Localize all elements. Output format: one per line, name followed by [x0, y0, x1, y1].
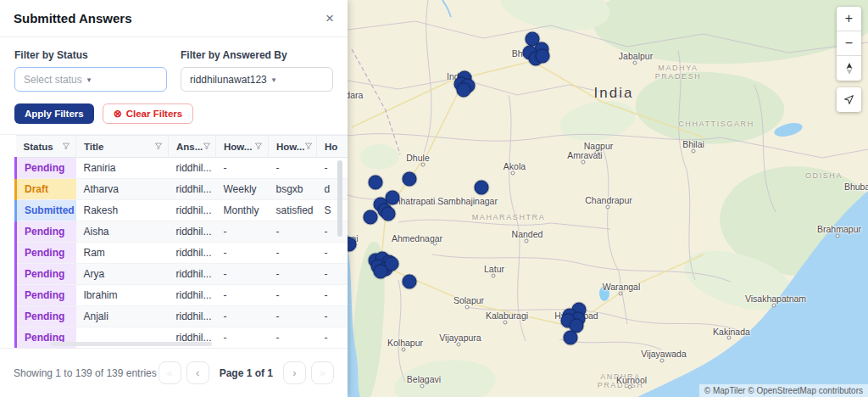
data-point-marker[interactable]	[536, 49, 550, 64]
close-icon[interactable]: ×	[326, 11, 334, 25]
submitted-answers-dialog: Submitted Answers × Filter by Status Sel…	[0, 0, 348, 397]
city-dot-icon	[465, 305, 470, 310]
table-cell-c5: -	[269, 158, 317, 179]
table-cell-c5: -	[269, 221, 317, 243]
zoom-out-button[interactable]: −	[837, 31, 861, 56]
table-cell-c5: -	[269, 243, 317, 264]
next-page-button[interactable]: ›	[283, 361, 306, 384]
table-cell-answered: riddhil...	[169, 221, 216, 243]
column-header[interactable]: Status	[16, 136, 76, 158]
filter-icon[interactable]	[62, 142, 70, 152]
filters-section: Filter by Status Select status ▾ Filter …	[0, 37, 348, 135]
table-row[interactable]: SubmittedRakeshriddhil...Monthlysatisfie…	[16, 200, 348, 221]
city-label: Bhilai	[682, 139, 704, 149]
table-cell-c5: -	[269, 306, 317, 327]
vertical-scrollbar[interactable]	[337, 160, 342, 237]
last-page-button[interactable]: »	[311, 361, 334, 384]
table-cell-title: Atharva	[76, 179, 169, 200]
table-cell-c4: -	[216, 221, 269, 243]
data-point-marker[interactable]	[475, 181, 489, 195]
table-cell-c4: -	[216, 285, 269, 306]
table-row[interactable]: PendingRaniriariddhil...---	[16, 158, 348, 179]
table-cell-c5: -	[269, 264, 317, 285]
data-point-marker[interactable]	[564, 331, 578, 345]
status-badge: Pending	[16, 285, 76, 306]
table-cell-answered: riddhil...	[169, 285, 216, 306]
column-header[interactable]: Ho	[317, 136, 348, 158]
map-canvas[interactable]: IndiaMADHYA PRADESHCHHATTISGARHMAHARASHT…	[348, 0, 868, 397]
table-cell-title: Arya	[76, 264, 169, 285]
map-attribution: © MapTiler © OpenStreetMap contributors	[699, 384, 868, 397]
table-row[interactable]: DraftAtharvariddhil...Weeklybsgxbd	[16, 179, 348, 200]
table-cell-answered: riddhil...	[169, 243, 216, 264]
data-point-marker[interactable]	[369, 176, 383, 190]
city-label: Vijayawada	[641, 349, 687, 359]
first-page-button[interactable]: «	[159, 361, 181, 384]
city-dot-icon	[628, 385, 632, 389]
table-row[interactable]: PendingAnjaliriddhil...---	[16, 306, 348, 327]
table-cell-c6: -	[317, 264, 348, 285]
status-filter-placeholder: Select status	[24, 74, 82, 86]
filter-icon[interactable]	[254, 142, 263, 152]
status-filter-select[interactable]: Select status ▾	[14, 67, 167, 92]
compass-button[interactable]	[837, 56, 861, 81]
table-cell-c4: Monthly	[216, 200, 269, 221]
state-label: MADHYA PRADESH	[655, 64, 702, 81]
table-row[interactable]: PendingAryariddhil...---	[16, 264, 348, 285]
city-label: Chhatrapati Sambhajinagar	[389, 196, 498, 206]
city-label: Latur	[484, 264, 504, 274]
column-header[interactable]: How...	[216, 136, 269, 158]
city-dot-icon	[606, 205, 610, 210]
table-cell-c6: S	[317, 200, 348, 221]
state-label: MAHARASHTRA	[472, 213, 546, 221]
data-point-marker[interactable]	[381, 207, 396, 221]
column-header[interactable]: How...	[269, 136, 317, 158]
status-filter-label: Filter by Status	[14, 49, 167, 61]
column-header-label: How...	[224, 142, 252, 152]
column-header[interactable]: Ans...	[169, 136, 216, 158]
data-point-marker[interactable]	[403, 275, 417, 289]
arabian-sea-water	[348, 248, 360, 397]
answered-by-value: riddhilunawat123	[190, 74, 267, 86]
data-point-marker[interactable]	[457, 83, 471, 98]
table-cell-c6: -	[317, 221, 348, 243]
table-row[interactable]: PendingIbrahimriddhil...---	[16, 285, 348, 306]
prev-page-button[interactable]: ‹	[186, 361, 209, 384]
table-cell-c5: bsgxb	[269, 179, 317, 200]
apply-filters-button[interactable]: Apply Filters	[14, 103, 94, 124]
filter-icon[interactable]	[154, 142, 163, 152]
status-badge: Pending	[16, 243, 76, 264]
data-point-marker[interactable]	[403, 172, 417, 187]
city-dot-icon	[633, 61, 637, 65]
city-label: Bhubaneswar	[844, 182, 868, 192]
data-point-marker[interactable]	[374, 265, 388, 279]
table-row[interactable]: PendingRamriddhil...---	[16, 243, 348, 264]
column-header-label: Status	[24, 142, 53, 152]
table-cell-answered: riddhil...	[169, 158, 216, 179]
chevron-down-icon: ▾	[272, 75, 276, 84]
table-cell-c5: satisfied	[269, 200, 317, 221]
column-header[interactable]: Title	[76, 136, 169, 158]
railway	[352, 49, 400, 154]
answered-by-select[interactable]: riddhilunawat123 ▾	[181, 67, 333, 92]
column-header-label: Ho	[325, 142, 337, 152]
geolocate-button[interactable]	[837, 87, 861, 112]
filter-icon[interactable]	[203, 142, 211, 152]
city-label: Dhule	[406, 153, 429, 163]
table-cell-c6: -	[317, 158, 348, 179]
table-cell-c6: -	[317, 327, 348, 349]
status-badge: Pending	[16, 306, 76, 327]
map-zoom-controls: + −	[837, 7, 861, 81]
filter-icon[interactable]	[304, 142, 313, 152]
table-cell-answered: riddhil...	[169, 179, 216, 200]
column-header-label: Title	[84, 142, 103, 152]
zoom-in-button[interactable]: +	[837, 7, 861, 31]
city-label: Jabalpur	[619, 51, 653, 61]
table-cell-answered: riddhil...	[169, 306, 216, 327]
clear-filters-button[interactable]: ⊗ Clear Filters	[103, 103, 194, 124]
horizontal-scrollbar[interactable]	[51, 342, 212, 346]
answers-table-container[interactable]: StatusTitleAns...How...How...Ho PendingR…	[0, 135, 348, 348]
data-point-marker[interactable]	[364, 210, 378, 225]
table-row[interactable]: PendingAishariddhil...---	[16, 221, 348, 243]
column-header-label: How...	[276, 142, 304, 152]
